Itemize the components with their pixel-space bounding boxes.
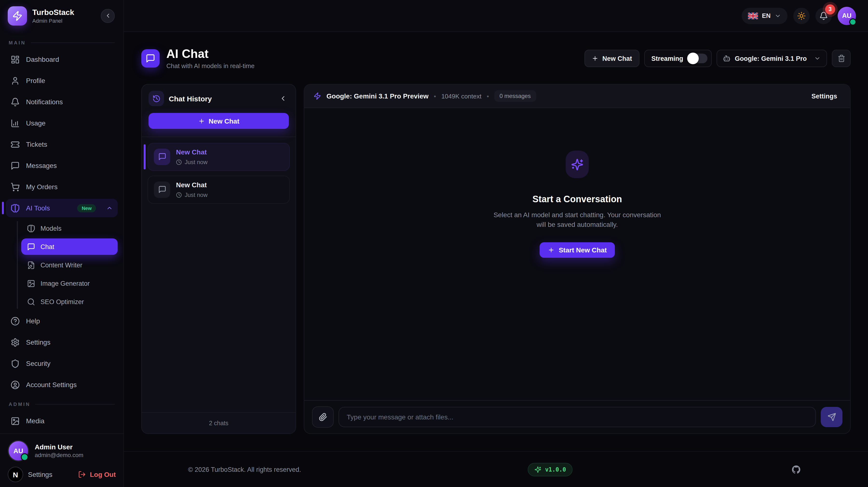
sidebar-subitem-label: Image Generator — [40, 280, 90, 287]
sidebar-item-account-settings[interactable]: Account Settings — [6, 375, 118, 394]
message-square-icon — [10, 161, 20, 170]
chat-item-time-label: Just now — [185, 159, 208, 166]
context-size: 1049K context — [441, 92, 481, 100]
sidebar-item-label: Security — [26, 360, 51, 367]
history-collapse-button[interactable] — [277, 93, 289, 104]
copyright-text: © 2026 TurboStack. All rights reserved. — [188, 466, 301, 473]
sidebar-item-label: Settings — [26, 338, 51, 346]
toggle-knob — [687, 53, 699, 64]
sidebar-subitem-chat[interactable]: Chat — [21, 238, 118, 255]
sidebar-item-my-orders[interactable]: My Orders — [6, 178, 118, 196]
file-pen-icon — [27, 261, 35, 269]
sidebar-item-ai-tools[interactable]: AI Tools New — [6, 199, 118, 217]
sidebar-item-messages[interactable]: Messages — [6, 156, 118, 175]
delete-chat-button[interactable] — [832, 50, 850, 67]
chat-item-time: Just now — [176, 159, 208, 166]
message-input-bar — [304, 400, 850, 433]
topbar-avatar[interactable]: AU — [838, 6, 856, 25]
help-circle-icon — [10, 316, 20, 325]
user-actions: N Settings Log Out — [8, 467, 116, 482]
sun-icon — [797, 11, 806, 20]
version-text: v1.0.0 — [545, 466, 566, 473]
dashboard-icon — [10, 55, 20, 64]
language-selector[interactable]: EN — [742, 7, 787, 24]
sidebar-subitem-image-generator[interactable]: Image Generator — [21, 275, 118, 291]
sidebar-subitem-label: Chat — [40, 243, 54, 250]
sidebar-item-profile[interactable]: Profile — [6, 71, 118, 90]
chat-history-list: New Chat Just now — [142, 137, 296, 412]
attach-file-button[interactable] — [312, 406, 334, 428]
start-new-chat-button[interactable]: Start New Chat — [539, 242, 615, 258]
app-footer: © 2026 TurboStack. All rights reserved. … — [124, 451, 868, 487]
sidebar-item-security[interactable]: Security — [6, 354, 118, 373]
sidebar-subitem-label: Content Writer — [40, 261, 83, 268]
separator-dot: • — [487, 92, 489, 100]
send-icon — [827, 413, 836, 421]
chat-history-header: Chat History — [142, 84, 296, 112]
model-selector-dropdown[interactable]: Google: Gemini 3.1 Pro — [716, 50, 827, 67]
sparkles-icon — [566, 151, 589, 178]
sidebar-item-usage[interactable]: Usage — [6, 114, 118, 132]
github-link[interactable] — [792, 465, 801, 474]
logout-link[interactable]: Log Out — [79, 470, 116, 478]
empty-state-line2: will be saved automatically. — [494, 220, 661, 230]
github-icon — [792, 465, 801, 474]
sidebar-item-label: AI Tools — [26, 204, 50, 212]
model-selector-label: Google: Gemini 3.1 Pro — [735, 55, 807, 62]
app-root: TurboStack Admin Panel MAIN Dashboard Pr… — [0, 0, 868, 487]
sidebar-item-help[interactable]: Help — [6, 312, 118, 330]
sidebar-subitem-content-writer[interactable]: Content Writer — [21, 257, 118, 273]
notifications-button[interactable]: 3 — [815, 7, 832, 24]
sidebar-item-media[interactable]: Media — [6, 412, 118, 430]
sidebar-nav: MAIN Dashboard Profile Notifications Usa… — [0, 31, 123, 433]
history-icon — [149, 91, 164, 106]
sidebar-item-label: Media — [26, 417, 44, 425]
paperclip-icon — [318, 413, 327, 421]
message-input[interactable] — [339, 407, 816, 427]
chat-history-item[interactable]: New Chat Just now — [148, 143, 290, 171]
theme-toggle-button[interactable] — [793, 7, 810, 24]
chat-item-title: New Chat — [176, 181, 208, 189]
content-area: AI Chat Chat with AI models in real-time… — [124, 32, 868, 451]
nav-section-admin: ADMIN — [6, 402, 118, 407]
chat-settings-button[interactable]: Settings — [807, 89, 841, 103]
new-badge: New — [78, 204, 96, 212]
message-square-icon — [146, 54, 155, 63]
new-chat-button[interactable]: New Chat — [585, 50, 639, 67]
version-badge: v1.0.0 — [528, 463, 573, 476]
empty-state-subtitle: Select an AI model and start chatting. Y… — [494, 210, 661, 229]
chevron-down-icon — [814, 55, 821, 62]
chat-item-time-label: Just now — [185, 191, 208, 198]
brain-icon — [10, 203, 20, 212]
send-message-button[interactable] — [821, 407, 842, 427]
plus-icon — [592, 55, 598, 62]
sidebar-subitem-models[interactable]: Models — [21, 220, 118, 236]
nav-section-admin-label: ADMIN — [9, 402, 31, 407]
sidebar-item-settings[interactable]: Settings — [6, 333, 118, 351]
bar-chart-icon — [10, 118, 20, 128]
online-status-dot — [849, 18, 857, 25]
sidebar-item-notifications[interactable]: Notifications — [6, 93, 118, 111]
nextjs-logo[interactable]: N — [8, 467, 23, 482]
media-icon — [10, 416, 20, 426]
chat-history-item[interactable]: New Chat Just now — [148, 176, 290, 204]
clock-icon — [176, 192, 182, 198]
model-info-bar: Google: Gemini 3.1 Pro Preview • 1049K c… — [304, 84, 850, 108]
sidebar-item-label: Profile — [26, 77, 45, 84]
avatar-initials: AU — [842, 12, 851, 19]
history-new-chat-button[interactable]: New Chat — [149, 113, 289, 129]
active-model-name: Google: Gemini 3.1 Pro Preview — [327, 92, 429, 100]
streaming-label: Streaming — [651, 55, 683, 62]
nextjs-logo-letter: N — [13, 470, 18, 479]
footer-settings-link[interactable]: Settings — [28, 470, 52, 478]
sidebar-item-tickets[interactable]: Tickets — [6, 135, 118, 153]
separator-dot: • — [434, 92, 436, 100]
user-info[interactable]: AU Admin User admin@demo.com — [8, 440, 116, 461]
user-name: Admin User — [35, 443, 84, 452]
sidebar-item-dashboard[interactable]: Dashboard — [6, 50, 118, 68]
sidebar-subitem-seo-optimizer[interactable]: SEO Optimizer — [21, 293, 118, 310]
sidebar-collapse-button[interactable] — [101, 9, 115, 23]
brand-header: TurboStack Admin Panel — [0, 0, 123, 31]
streaming-toggle[interactable] — [688, 54, 707, 63]
chevron-left-icon — [104, 12, 111, 19]
